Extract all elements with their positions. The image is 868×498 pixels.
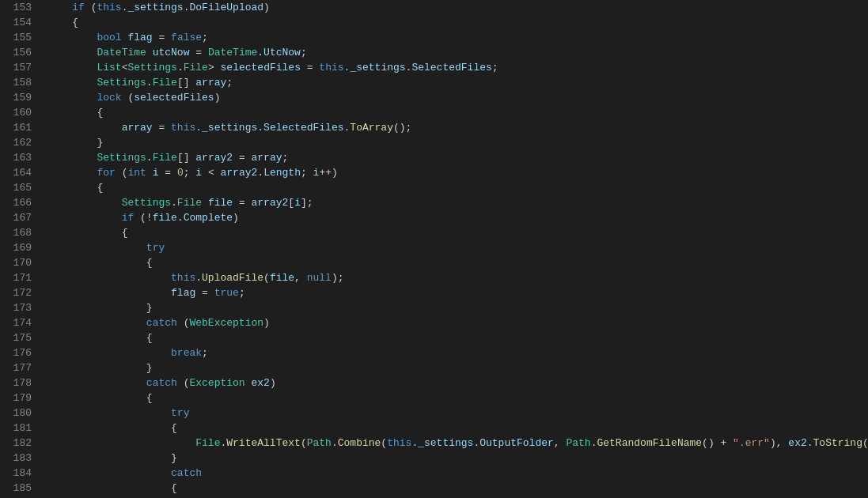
line-number: 157 <box>0 60 32 75</box>
token: try <box>171 407 189 419</box>
token: ( <box>116 167 128 179</box>
token: bool <box>97 32 121 43</box>
token: . <box>146 152 153 164</box>
token: catch <box>146 317 177 329</box>
token: > <box>208 62 214 74</box>
token: ex2 <box>251 377 269 389</box>
token: { <box>97 182 103 194</box>
code-line: { <box>47 390 868 406</box>
code-line: Settings.File file = array2[i]; <box>47 195 868 210</box>
code-line: try <box>47 406 868 421</box>
line-number: 183 <box>0 451 32 466</box>
code-line: { <box>47 421 868 436</box>
token: ._settings <box>122 2 184 13</box>
token: lock <box>97 92 121 104</box>
token: Settings <box>122 197 171 209</box>
token: . <box>195 272 202 284</box>
code-line: } <box>47 360 868 375</box>
token: DateTime <box>97 47 146 58</box>
token: } <box>171 452 177 464</box>
token: this <box>171 122 195 134</box>
token: { <box>146 257 153 269</box>
token <box>47 272 171 284</box>
token: { <box>146 332 153 344</box>
token: } <box>97 137 103 149</box>
token: UploadFile <box>202 272 263 284</box>
token: ) <box>263 2 270 13</box>
line-number: 178 <box>0 375 32 390</box>
code-line: bool flag = false; <box>47 30 868 45</box>
token: < <box>202 167 220 179</box>
token: Path <box>566 437 590 449</box>
code-line: List<Settings.File> selectedFiles = this… <box>47 60 868 75</box>
code-line: catch (Exception ex2) <box>47 375 868 390</box>
token: selectedFiles <box>221 62 301 74</box>
line-number: 161 <box>0 120 32 135</box>
line-number: 173 <box>0 300 32 315</box>
token: array <box>122 122 153 134</box>
token: array <box>252 152 282 164</box>
token: DoFileUpload <box>189 2 263 13</box>
token: ( <box>381 437 387 449</box>
token: Length <box>263 167 301 179</box>
token: true <box>214 287 239 299</box>
token: DateTime <box>208 47 257 58</box>
code-content[interactable]: if (this._settings.DoFileUpload) { bool … <box>38 0 868 498</box>
token <box>47 62 97 74</box>
token: (! <box>134 212 152 224</box>
token <box>47 377 146 389</box>
line-number: 185 <box>0 481 32 496</box>
token: ; <box>282 152 289 164</box>
token: ( <box>177 317 190 329</box>
token: if <box>72 2 85 13</box>
token: Complete <box>184 212 233 224</box>
code-line: { <box>47 255 868 270</box>
token <box>47 92 97 104</box>
token: [] <box>177 77 190 89</box>
token: SelectedFiles <box>263 122 343 134</box>
code-line: Settings.File[] array2 = array; <box>47 150 868 165</box>
token: flag <box>127 32 152 43</box>
token: } <box>146 362 153 374</box>
line-number: 169 <box>0 240 32 255</box>
line-number: 170 <box>0 255 32 270</box>
token: ++) <box>319 167 337 179</box>
line-number: 153 <box>0 0 32 15</box>
token: array2 <box>221 167 258 179</box>
token: ) <box>263 317 270 329</box>
token <box>47 137 97 149</box>
token: file <box>153 212 177 224</box>
token <box>47 182 97 194</box>
line-number: 165 <box>0 180 32 195</box>
token: ; <box>226 77 233 89</box>
token: ()); <box>862 437 868 449</box>
token: { <box>146 392 153 404</box>
token: this <box>387 437 411 449</box>
token: = <box>301 62 319 74</box>
token <box>47 347 171 359</box>
token: this <box>319 62 343 74</box>
code-line: lock (selectedFiles) <box>47 90 868 105</box>
token: null <box>307 272 332 284</box>
token: SelectedFiles <box>411 62 491 74</box>
token: ) <box>214 92 221 104</box>
line-number: 172 <box>0 285 32 300</box>
token: . <box>177 62 184 74</box>
token: Exception <box>189 377 244 389</box>
token: = <box>233 152 251 164</box>
token: for <box>97 167 115 179</box>
line-number: 155 <box>0 30 32 45</box>
token: Settings <box>97 77 146 89</box>
token: . <box>146 77 153 89</box>
line-number: 171 <box>0 270 32 285</box>
code-line: array = this._settings.SelectedFiles.ToA… <box>47 120 868 135</box>
token: ; <box>202 347 208 359</box>
token: array2 <box>252 197 289 209</box>
token: = <box>189 47 207 58</box>
token: ( <box>263 272 270 284</box>
token: ToString <box>813 437 862 449</box>
token: , <box>294 272 307 284</box>
token: ) <box>270 377 276 389</box>
token: 0 <box>177 167 184 179</box>
token <box>146 167 153 179</box>
